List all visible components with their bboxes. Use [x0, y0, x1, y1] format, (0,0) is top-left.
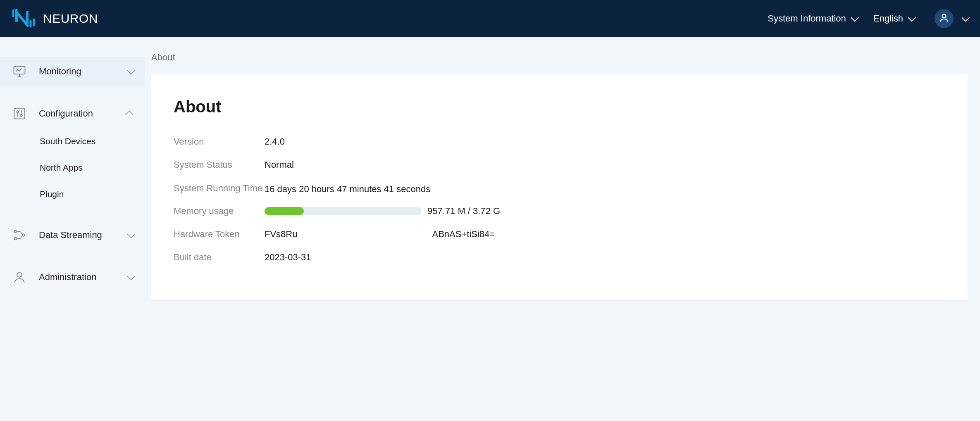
user-menu[interactable] — [962, 16, 968, 21]
value-hardware-token: FVs8Ru ABnAS+tiSi84= — [265, 228, 495, 240]
label-built-date: Built date — [174, 251, 265, 264]
sidebar-item-plugin[interactable]: Plugin — [0, 181, 145, 207]
svg-point-10 — [17, 111, 19, 113]
language-label: English — [873, 13, 903, 24]
language-menu[interactable]: English — [873, 13, 914, 24]
label-memory-usage: Memory usage — [174, 205, 265, 217]
sidebar-item-north-apps[interactable]: North Apps — [0, 155, 145, 181]
value-version: 2.4.0 — [265, 136, 285, 147]
sidebar-item-label: Data Streaming — [39, 230, 127, 240]
svg-point-16 — [17, 273, 21, 277]
value-running-time: 16 days 20 hours 47 minutes 41 seconds — [265, 184, 430, 195]
sidebar-item-label: Administration — [39, 272, 127, 283]
sidebar-item-label: Monitoring — [39, 66, 127, 77]
svg-point-14 — [14, 238, 17, 240]
brand[interactable]: NEURON — [11, 9, 98, 29]
breadcrumb: About — [151, 52, 968, 63]
label-running-time: System Running Time — [174, 182, 265, 195]
chevron-down-icon — [127, 67, 135, 75]
svg-rect-8 — [14, 108, 25, 119]
value-system-status: Normal — [265, 159, 294, 170]
sidebar-item-south-devices[interactable]: South Devices — [0, 128, 145, 155]
token-blurred — [296, 228, 433, 240]
brand-name: NEURON — [43, 12, 98, 26]
chevron-down-icon — [851, 14, 859, 22]
flow-icon — [12, 228, 26, 242]
label-hardware-token: Hardware Token — [174, 228, 265, 240]
sidebar-item-configuration[interactable]: Configuration — [0, 99, 145, 128]
about-card: About Version 2.4.0 System Status Normal… — [151, 74, 968, 300]
row-built-date: Built date 2023-03-31 — [174, 251, 945, 264]
app-header: NEURON System Information English — [0, 0, 980, 37]
sidebar-item-administration[interactable]: Administration — [0, 263, 145, 292]
user-admin-icon — [12, 270, 26, 284]
main-content: About About Version 2.4.0 System Status … — [145, 37, 980, 421]
value-memory-usage: 957.71 M / 3.72 G — [427, 206, 500, 216]
memory-progress-bar — [265, 207, 304, 215]
system-information-label: System Information — [768, 13, 846, 24]
row-running-time: System Running Time 16 days 20 hours 47 … — [174, 181, 945, 195]
chevron-down-icon — [908, 14, 916, 22]
svg-point-15 — [22, 234, 25, 236]
sidebar-item-label: North Apps — [40, 163, 83, 173]
chevron-down-icon — [127, 230, 135, 238]
label-version: Version — [174, 136, 265, 148]
avatar[interactable] — [935, 9, 954, 28]
chevron-down-icon — [127, 272, 135, 281]
svg-point-12 — [20, 114, 22, 117]
value-built-date: 2023-03-31 — [265, 252, 311, 263]
page-title: About — [174, 98, 945, 116]
svg-point-4 — [942, 14, 946, 18]
svg-rect-5 — [14, 67, 25, 74]
monitor-icon — [12, 64, 26, 78]
token-prefix: FVs8Ru — [265, 229, 297, 240]
svg-point-13 — [14, 231, 17, 233]
logo-icon — [11, 9, 36, 29]
sidebar-item-data-streaming[interactable]: Data Streaming — [0, 221, 145, 250]
user-icon — [939, 12, 949, 25]
sidebar-item-label: Configuration — [39, 108, 127, 119]
row-system-status: System Status Normal — [174, 158, 945, 171]
token-suffix: ABnAS+tiSi84= — [432, 229, 495, 240]
chevron-down-icon — [961, 14, 970, 22]
label-system-status: System Status — [174, 159, 265, 171]
sidebar: Monitoring Configuration — [0, 37, 145, 421]
row-memory-usage: Memory usage 957.71 M / 3.72 G — [174, 205, 945, 218]
sidebar-item-label: South Devices — [40, 136, 95, 146]
row-version: Version 2.4.0 — [174, 135, 945, 148]
memory-progress — [265, 207, 422, 215]
sidebar-item-monitoring[interactable]: Monitoring — [0, 57, 145, 86]
row-hardware-token: Hardware Token FVs8Ru ABnAS+tiSi84= — [174, 228, 945, 241]
system-information-menu[interactable]: System Information — [768, 13, 857, 24]
sidebar-item-label: Plugin — [40, 189, 64, 199]
sliders-icon — [12, 107, 26, 121]
